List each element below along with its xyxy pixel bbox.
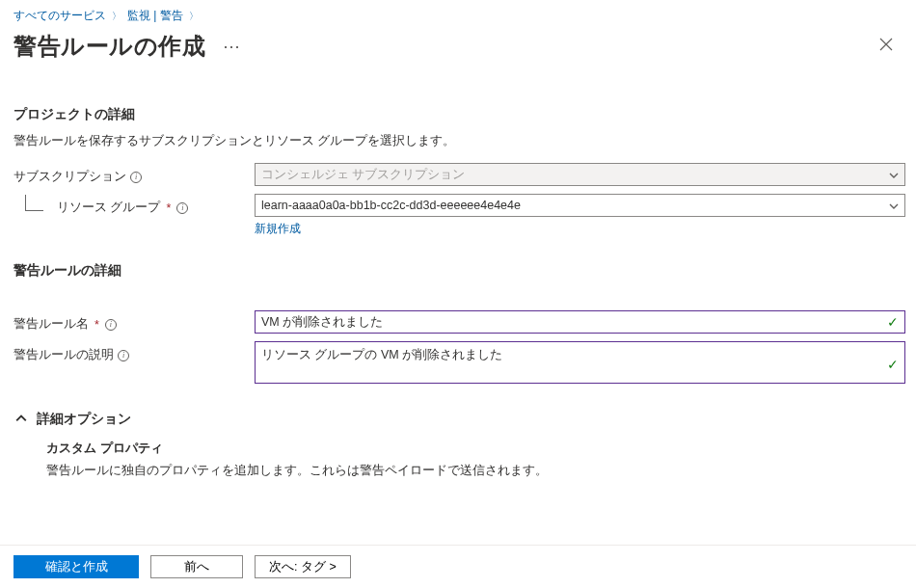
section-title-project: プロジェクトの詳細 [13, 106, 888, 123]
rule-name-input[interactable]: VM が削除されました ✓ [255, 310, 905, 334]
info-icon[interactable]: i [176, 202, 188, 214]
previous-button[interactable]: 前へ [150, 555, 243, 578]
page-title: 警告ルールの作成 [13, 31, 205, 62]
review-create-button[interactable]: 確認と作成 [13, 555, 139, 578]
info-icon[interactable]: i [118, 350, 129, 361]
chevron-down-icon [889, 200, 899, 210]
label-rule-name: 警告ルール名 * i [13, 310, 255, 333]
chevron-up-icon [15, 413, 27, 427]
advanced-options-toggle[interactable]: 詳細オプション [15, 411, 888, 428]
next-button[interactable]: 次へ: タグ > [255, 555, 351, 578]
breadcrumb-monitor-alerts[interactable]: 監視 | 警告 [127, 8, 183, 24]
label-resource-group: リソース グループ * i [13, 194, 255, 216]
chevron-right-icon: 〉 [112, 10, 121, 23]
rule-description-input[interactable]: リソース グループの VM が削除されました ✓ [255, 341, 905, 384]
chevron-right-icon: 〉 [189, 10, 199, 23]
subscription-select: コンシェルジェ サブスクリプション [255, 163, 905, 186]
more-actions-button[interactable]: ⋯ [213, 32, 250, 61]
custom-properties-title: カスタム プロパティ [46, 440, 888, 457]
section-desc-project: 警告ルールを保存するサブスクリプションとリソース グループを選択します。 [13, 133, 888, 149]
info-icon[interactable]: i [105, 319, 117, 331]
check-icon: ✓ [887, 314, 899, 330]
label-subscription: サブスクリプション i [13, 163, 255, 185]
check-icon: ✓ [887, 357, 899, 372]
chevron-down-icon [889, 170, 899, 179]
create-new-link[interactable]: 新規作成 [255, 221, 301, 237]
info-icon[interactable]: i [130, 172, 142, 183]
custom-properties-desc: 警告ルールに独自のプロパティを追加します。これらは警告ペイロードで送信されます。 [46, 463, 888, 479]
required-marker: * [94, 318, 99, 332]
section-title-rule: 警告ルールの詳細 [13, 262, 888, 280]
required-marker: * [166, 201, 171, 215]
breadcrumb: すべてのサービス 〉 監視 | 警告 〉 [0, 0, 916, 26]
label-rule-description: 警告ルールの説明 i [13, 341, 255, 363]
close-button[interactable] [870, 30, 903, 62]
breadcrumb-all-services[interactable]: すべてのサービス [13, 8, 106, 24]
footer: 確認と作成 前へ 次へ: タグ > [0, 545, 916, 588]
resource-group-select[interactable]: learn-aaaa0a0a-bb1b-cc2c-dd3d-eeeeee4e4e… [255, 194, 905, 217]
